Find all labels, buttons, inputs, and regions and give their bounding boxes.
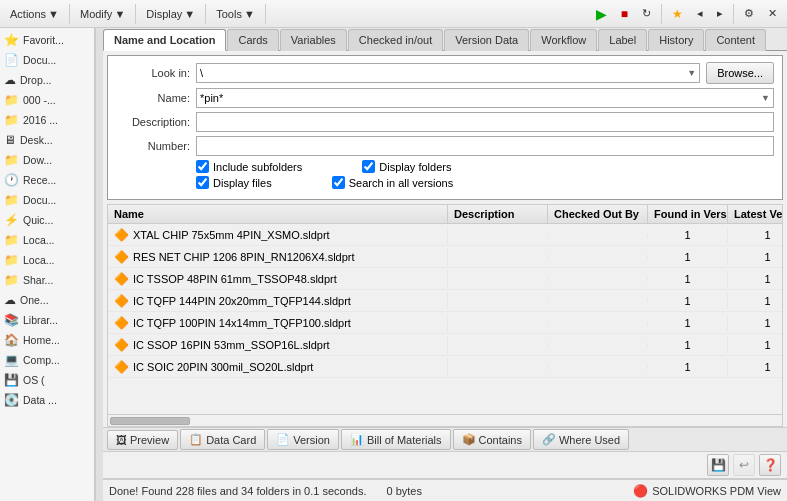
sidebar-item-label: Loca... (23, 234, 55, 246)
sep6 (733, 4, 734, 24)
bottom-tab-data-card[interactable]: 📋Data Card (180, 429, 265, 450)
col-header-desc[interactable]: Description (448, 205, 548, 223)
modify-menu[interactable]: Modify ▼ (74, 5, 131, 23)
search-all-versions-checkbox[interactable] (332, 176, 345, 189)
browse-button[interactable]: Browse... (706, 62, 774, 84)
sidebar-item[interactable]: 📁000 -... (0, 90, 94, 110)
help-button[interactable]: ❓ (759, 454, 781, 476)
file-icon: 🔶 (114, 294, 129, 308)
nav-back-button[interactable]: ◂ (691, 4, 709, 23)
display-files-checkbox[interactable] (196, 176, 209, 189)
sidebar-item[interactable]: 💽Data ... (0, 390, 94, 410)
table-row[interactable]: 🔶 IC TSSOP 48PIN 61mm_TSSOP48.sldprt 1 1… (108, 268, 782, 290)
sidebar-icon: 📁 (4, 93, 19, 107)
actions-menu[interactable]: Actions ▼ (4, 5, 65, 23)
name-select[interactable]: *pin* ▼ (196, 88, 774, 108)
sidebar-item[interactable]: 📁Loca... (0, 250, 94, 270)
include-subfolders-checkbox[interactable] (196, 160, 209, 173)
table-row[interactable]: 🔶 IC TQFP 144PIN 20x20mm_TQFP144.sldprt … (108, 290, 782, 312)
table-row[interactable]: 🔶 XTAL CHIP 75x5mm 4PIN_XSMO.sldprt 1 1 … (108, 224, 782, 246)
col-header-latest[interactable]: Latest Version (728, 205, 783, 223)
table-row[interactable]: 🔶 RES NET CHIP 1206 8PIN_RN1206X4.sldprt… (108, 246, 782, 268)
tab-version-data[interactable]: Version Data (444, 29, 529, 51)
undo-button[interactable]: ↩ (733, 454, 755, 476)
table-row[interactable]: 🔶 IC TQFP 100PIN 14x14mm_TQFP100.sldprt … (108, 312, 782, 334)
look-in-label: Look in: (116, 67, 196, 79)
sidebar-icon: 📁 (4, 113, 19, 127)
h-scroll[interactable] (107, 415, 783, 427)
main-container: ⭐Favorit...📄Docu...☁Drop...📁000 -...📁201… (0, 28, 787, 501)
actions-arrow: ▼ (48, 8, 59, 20)
settings-button[interactable]: ⚙ (738, 4, 760, 23)
modify-label: Modify (80, 8, 112, 20)
sidebar-scrollbar[interactable] (95, 28, 103, 501)
tab-name-and-location[interactable]: Name and Location (103, 29, 226, 51)
bottom-tab-icon: 📊 (350, 433, 364, 446)
close-button[interactable]: ✕ (762, 4, 783, 23)
tab-cards[interactable]: Cards (227, 29, 278, 51)
tab-workflow[interactable]: Workflow (530, 29, 597, 51)
bottom-tab-version[interactable]: 📄Version (267, 429, 339, 450)
sidebar-item[interactable]: 📁2016 ... (0, 110, 94, 130)
sidebar-item[interactable]: ☁One... (0, 290, 94, 310)
display-files-label: Display files (213, 177, 272, 189)
search-all-versions-item: Search in all versions (332, 176, 454, 189)
bottom-tab-contains[interactable]: 📦Contains (453, 429, 531, 450)
tab-checked-in/out[interactable]: Checked in/out (348, 29, 443, 51)
bottom-tab-label: Contains (479, 434, 522, 446)
tab-content[interactable]: Content (705, 29, 766, 51)
sidebar-icon: 🖥 (4, 133, 16, 147)
sidebar-item[interactable]: 📁Dow... (0, 150, 94, 170)
col-header-name[interactable]: Name (108, 205, 448, 223)
col-header-found[interactable]: Found in Versi... (648, 205, 728, 223)
look-in-select[interactable]: \ ▼ (196, 63, 700, 83)
refresh-button[interactable]: ↻ (636, 4, 657, 23)
sidebar-item[interactable]: 💾OS ( (0, 370, 94, 390)
tools-menu[interactable]: Tools ▼ (210, 5, 261, 23)
table-row[interactable]: 🔶 IC SSOP 16PIN 53mm_SSOP16L.sldprt 1 1 … (108, 334, 782, 356)
bottom-tab-preview[interactable]: 🖼Preview (107, 430, 178, 450)
number-input[interactable] (196, 136, 774, 156)
sidebar-item[interactable]: 📁Shar... (0, 270, 94, 290)
file-icon: 🔶 (114, 228, 129, 242)
sidebar-icon: 💻 (4, 353, 19, 367)
star-button[interactable]: ★ (666, 4, 689, 24)
sidebar-item[interactable]: 🕐Rece... (0, 170, 94, 190)
display-folders-checkbox[interactable] (362, 160, 375, 173)
table-row[interactable]: 🔶 IC SOIC 20PIN 300mil_SO20L.sldprt 1 1 … (108, 356, 782, 378)
sidebar-item[interactable]: ☁Drop... (0, 70, 94, 90)
sep4 (265, 4, 266, 24)
sidebar-item[interactable]: 🖥Desk... (0, 130, 94, 150)
description-input[interactable] (196, 112, 774, 132)
display-menu[interactable]: Display ▼ (140, 5, 201, 23)
save-button[interactable]: 💾 (707, 454, 729, 476)
sidebar-item[interactable]: ⭐Favorit... (0, 30, 94, 50)
sidebar-item[interactable]: 💻Comp... (0, 350, 94, 370)
number-label: Number: (116, 140, 196, 152)
sidebar-item[interactable]: 📚Librar... (0, 310, 94, 330)
play-button[interactable]: ▶ (590, 3, 613, 25)
sidebar-item[interactable]: 📁Loca... (0, 230, 94, 250)
tab-label[interactable]: Label (598, 29, 647, 51)
sidebar-item-label: 2016 ... (23, 114, 58, 126)
sidebar-item[interactable]: 📄Docu... (0, 50, 94, 70)
bottom-tab-bill-of-materials[interactable]: 📊Bill of Materials (341, 429, 451, 450)
file-name: IC SSOP 16PIN 53mm_SSOP16L.sldprt (133, 339, 330, 351)
sidebar-item[interactable]: 📁Docu... (0, 190, 94, 210)
sidebar-icon: 📁 (4, 193, 19, 207)
cell-found: 1 (648, 337, 728, 353)
bottom-tab-where-used[interactable]: 🔗Where Used (533, 429, 629, 450)
col-header-checkedout[interactable]: Checked Out By (548, 205, 648, 223)
bottom-tab-label: Bill of Materials (367, 434, 442, 446)
nav-fwd-button[interactable]: ▸ (711, 4, 729, 23)
sidebar-item[interactable]: ⚡Quic... (0, 210, 94, 230)
sidebar-item-label: Librar... (23, 314, 58, 326)
file-icon: 🔶 (114, 316, 129, 330)
tab-history[interactable]: History (648, 29, 704, 51)
h-scroll-thumb[interactable] (110, 417, 190, 425)
cell-checkedout (548, 343, 648, 347)
sidebar-item[interactable]: 🏠Home... (0, 330, 94, 350)
bottom-tab-label: Preview (130, 434, 169, 446)
stop-button[interactable]: ■ (615, 4, 634, 24)
tab-variables[interactable]: Variables (280, 29, 347, 51)
